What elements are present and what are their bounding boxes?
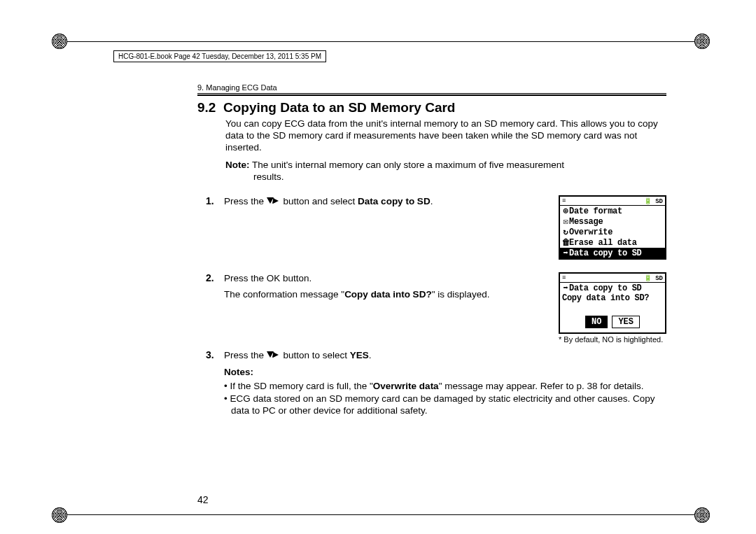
step-3: 3. Press the / button to select YES. Not… xyxy=(206,349,666,417)
crop-mark-icon xyxy=(52,34,67,49)
crop-line xyxy=(67,514,694,515)
trash-icon: 🗑 xyxy=(562,237,569,248)
lcd-caption: * By default, NO is highlighted. xyxy=(559,335,664,344)
notes-list: If the SD memory card is full, the "Over… xyxy=(224,380,666,417)
chapter-running-header: 9. Managing ECG Data xyxy=(197,83,687,92)
clock-icon: ⊕ xyxy=(562,206,569,216)
note-bullet: ECG data stored on an SD memory card can… xyxy=(224,393,666,417)
notes-heading: Notes: xyxy=(224,366,666,379)
step-number: 3. xyxy=(206,349,224,360)
message-icon: ✉ xyxy=(562,216,569,227)
book-metadata-line: HCG-801-E.book Page 42 Tuesday, December… xyxy=(113,50,326,62)
overwrite-icon: ↻ xyxy=(562,227,569,237)
section-rule xyxy=(197,93,666,96)
copy-icon: ➡ xyxy=(562,283,569,293)
note-text-line2: results. xyxy=(253,171,666,183)
page-content: HCG-801-E.book Page 42 Tuesday, December… xyxy=(78,49,687,417)
note-text: The unit's internal memory can only stor… xyxy=(252,160,564,170)
lcd-menu-screenshot: ≡🔋 SD ⊕Date format ✉Message ↻Overwrite 🗑… xyxy=(559,195,666,260)
crop-mark-icon xyxy=(694,34,710,49)
page-number: 42 xyxy=(197,494,209,505)
section-heading: 9.2 Copying Data to an SD Memory Card xyxy=(197,100,687,115)
lcd-yes-button: YES xyxy=(612,316,640,328)
step-2: 2. Press the OK button. The conformation… xyxy=(206,272,666,344)
section-number: 9.2 xyxy=(197,100,216,115)
crop-line xyxy=(67,41,694,42)
crop-mark-icon xyxy=(694,507,710,523)
note-label: Note: xyxy=(225,160,250,170)
step-1: 1. Press the / button and select Data co… xyxy=(206,195,666,260)
step-text: Press the OK button. The conformation me… xyxy=(224,272,546,300)
note-bullet: If the SD memory card is full, the "Over… xyxy=(224,380,666,393)
section-title: Copying Data to an SD Memory Card xyxy=(223,100,456,115)
nav-down-right-icon: / xyxy=(267,197,281,206)
lcd-no-button: NO xyxy=(585,316,608,328)
step-text: Press the / button and select Data copy … xyxy=(224,195,546,208)
crop-mark-icon xyxy=(52,507,67,523)
step-text: Press the / button to select YES. Notes:… xyxy=(224,349,666,417)
step-number: 1. xyxy=(206,195,224,206)
note-block: Note: The unit's internal memory can onl… xyxy=(225,160,666,183)
copy-icon: ➡ xyxy=(562,248,569,258)
intro-paragraph: You can copy ECG data from the unit's in… xyxy=(225,118,666,154)
lcd-confirm-screenshot: ≡🔋 SD ➡Data copy to SD Copy data into SD… xyxy=(559,272,666,334)
step-number: 2. xyxy=(206,272,224,283)
nav-down-right-icon: / xyxy=(267,351,281,360)
